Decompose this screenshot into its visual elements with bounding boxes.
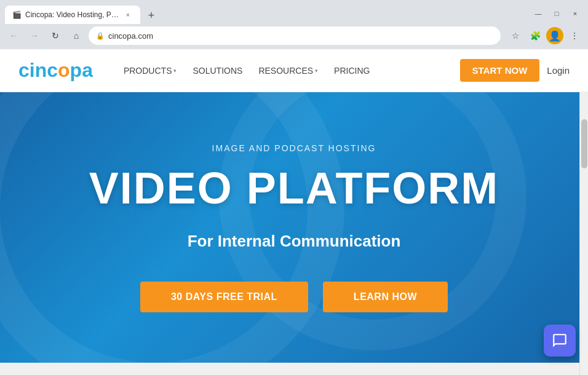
home-button[interactable]: ⌂ <box>68 27 85 44</box>
nav-resources[interactable]: RESOURCES ▾ <box>252 62 324 79</box>
minimize-button[interactable]: — <box>530 8 546 19</box>
close-button[interactable]: × <box>567 8 583 19</box>
new-tab-button[interactable]: + <box>143 7 160 24</box>
maximize-button[interactable]: □ <box>549 8 565 19</box>
scrollbar-thumb[interactable] <box>581 119 587 168</box>
lock-icon: 🔒 <box>96 32 105 40</box>
reload-button[interactable]: ↻ <box>47 27 64 44</box>
nav-menu: PRODUCTS ▾ SOLUTIONS RESOURCES ▾ PRICING <box>117 62 460 79</box>
logo[interactable]: cincopa <box>18 59 93 82</box>
url-text: cincopa.com <box>108 31 493 41</box>
login-link[interactable]: Login <box>547 65 570 76</box>
address-bar: ← → ↻ ⌂ 🔒 cincopa.com ☆ 🧩 👤 ⋮ <box>0 22 588 49</box>
resources-dropdown-arrow: ▾ <box>315 68 318 74</box>
hero-subtitle: IMAGE AND PODCAST HOSTING <box>212 143 376 153</box>
learn-how-button[interactable]: LEARN HOW <box>323 282 448 312</box>
free-trial-button[interactable]: 30 DAYS FREE TRIAL <box>140 282 308 312</box>
hero-section: IMAGE AND PODCAST HOSTING VIDEO PLATFORM… <box>0 92 588 363</box>
hero-buttons: 30 DAYS FREE TRIAL LEARN HOW <box>140 282 448 312</box>
hero-description: For Internal Communication <box>188 232 401 251</box>
back-button[interactable]: ← <box>5 27 22 44</box>
site-header: cincopa PRODUCTS ▾ SOLUTIONS RESOURCES ▾… <box>0 49 588 92</box>
tab-favicon: 🎬 <box>12 10 22 19</box>
nav-actions: START NOW Login <box>460 59 570 82</box>
url-field[interactable]: 🔒 cincopa.com <box>89 26 501 45</box>
nav-pricing[interactable]: PRICING <box>328 62 376 79</box>
browser-chrome: 🎬 Cincopa: Video Hosting, Photo G × + — … <box>0 0 588 49</box>
scrollbar[interactable] <box>579 49 588 375</box>
nav-products[interactable]: PRODUCTS ▾ <box>117 62 183 79</box>
logo-pa: pa <box>70 59 93 81</box>
chat-bubble[interactable] <box>544 325 576 357</box>
menu-button[interactable]: ⋮ <box>566 27 583 44</box>
extensions-button[interactable]: 🧩 <box>526 27 544 44</box>
profile-button[interactable]: 👤 <box>546 27 563 44</box>
chat-icon <box>552 333 568 349</box>
window-controls: — □ × <box>530 8 583 19</box>
active-tab[interactable]: 🎬 Cincopa: Video Hosting, Photo G × <box>5 6 140 24</box>
toolbar-actions: ☆ 🧩 👤 ⋮ <box>507 27 583 44</box>
tab-close-button[interactable]: × <box>123 10 133 20</box>
logo-inc: inc <box>30 59 58 81</box>
hero-title: VIDEO PLATFORM <box>89 163 499 213</box>
site-wrapper: cincopa PRODUCTS ▾ SOLUTIONS RESOURCES ▾… <box>0 49 588 363</box>
tab-bar: 🎬 Cincopa: Video Hosting, Photo G × + <box>5 3 528 24</box>
bookmark-button[interactable]: ☆ <box>507 27 524 44</box>
tab-title: Cincopa: Video Hosting, Photo G <box>25 10 119 19</box>
nav-solutions[interactable]: SOLUTIONS <box>186 62 248 79</box>
logo-c: c <box>18 59 30 81</box>
logo-o: o <box>58 59 70 81</box>
start-now-button[interactable]: START NOW <box>460 59 540 82</box>
forward-button[interactable]: → <box>26 27 43 44</box>
products-dropdown-arrow: ▾ <box>173 68 177 74</box>
logo-text: cincopa <box>18 59 93 82</box>
title-bar: 🎬 Cincopa: Video Hosting, Photo G × + — … <box>0 0 588 22</box>
